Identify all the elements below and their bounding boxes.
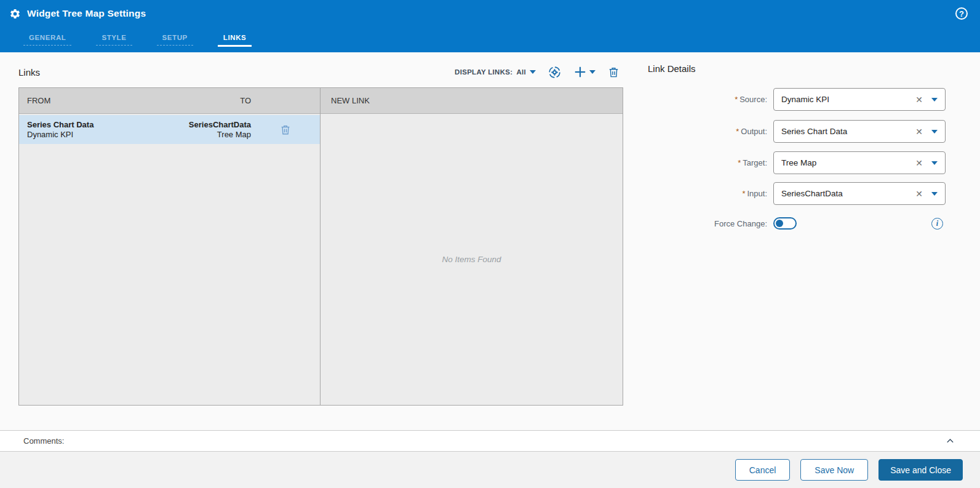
display-links-value: All: [516, 68, 526, 76]
link-to-input: SeriesChartData: [149, 120, 251, 130]
add-link-button[interactable]: [573, 65, 596, 79]
delete-links-icon[interactable]: [608, 66, 619, 78]
links-list: Series Chart Data Dynamic KPI SeriesChar…: [19, 114, 320, 405]
output-field-row: *Output: Series Chart Data ✕: [648, 120, 946, 143]
link-details-panel: Link Details *Source: Dynamic KPI ✕ *Out…: [648, 52, 946, 397]
links-header-bar: Links DISPLAY LINKS: All: [18, 62, 623, 82]
chevron-up-icon[interactable]: [945, 437, 955, 446]
tab-links[interactable]: LINKS: [218, 27, 252, 50]
tab-bar: GENERAL STYLE SETUP LINKS: [0, 27, 980, 52]
titlebar: Widget Tree Map Settings ?: [0, 0, 980, 27]
target-select[interactable]: Tree Map ✕: [773, 151, 946, 174]
input-select[interactable]: SeriesChartData ✕: [773, 182, 946, 205]
links-tab-content: Links DISPLAY LINKS: All: [0, 52, 980, 430]
new-link-header: NEW LINK: [321, 88, 623, 114]
no-items-found-text: No Items Found: [442, 255, 501, 264]
chevron-down-icon[interactable]: [931, 130, 938, 134]
clear-icon[interactable]: ✕: [912, 158, 931, 168]
comments-label: Comments:: [23, 436, 64, 446]
force-change-row: Force Change: i: [648, 217, 943, 230]
tab-setup[interactable]: SETUP: [157, 27, 193, 50]
auto-link-icon[interactable]: [548, 66, 561, 79]
link-details-title: Link Details: [648, 63, 696, 74]
link-to-widget: Tree Map: [149, 130, 251, 140]
cancel-button[interactable]: Cancel: [735, 459, 791, 481]
column-header-to: TO: [149, 96, 251, 105]
force-change-toggle[interactable]: [773, 217, 797, 230]
plus-icon: [573, 65, 587, 79]
save-and-close-button[interactable]: Save and Close: [878, 459, 963, 481]
links-table: FROM TO Series Chart Data Dynamic KPI Se…: [18, 87, 623, 406]
required-marker: *: [738, 158, 741, 167]
output-value: Series Chart Data: [781, 127, 912, 136]
link-from-cell: Series Chart Data Dynamic KPI: [19, 120, 149, 140]
required-marker: *: [735, 95, 738, 104]
clear-icon[interactable]: ✕: [912, 189, 931, 199]
clear-icon[interactable]: ✕: [912, 95, 931, 105]
target-label: *Target:: [648, 158, 773, 167]
required-marker: *: [736, 127, 739, 136]
chevron-down-icon[interactable]: [931, 192, 938, 196]
clear-icon[interactable]: ✕: [912, 127, 931, 137]
column-header-new-link: NEW LINK: [321, 96, 370, 105]
output-label: *Output:: [648, 127, 773, 136]
chevron-down-icon[interactable]: [931, 161, 938, 165]
toggle-knob: [776, 220, 783, 227]
link-from-widget: Dynamic KPI: [27, 130, 149, 140]
save-now-button[interactable]: Save Now: [800, 459, 868, 481]
links-toolbar: DISPLAY LINKS: All: [455, 65, 623, 79]
link-to-cell: SeriesChartData Tree Map: [149, 120, 251, 140]
link-from-output: Series Chart Data: [27, 120, 149, 130]
link-row-selected[interactable]: Series Chart Data Dynamic KPI SeriesChar…: [19, 115, 320, 144]
required-marker: *: [742, 189, 745, 198]
help-icon[interactable]: ?: [955, 7, 968, 20]
target-field-row: *Target: Tree Map ✕: [648, 151, 946, 174]
trash-icon: [280, 124, 291, 135]
existing-links-pane: FROM TO Series Chart Data Dynamic KPI Se…: [19, 88, 321, 405]
widget-settings-dialog: Widget Tree Map Settings ? GENERAL STYLE…: [0, 0, 980, 488]
tab-general[interactable]: GENERAL: [23, 27, 71, 50]
info-icon[interactable]: i: [931, 218, 943, 230]
display-links-dropdown[interactable]: DISPLAY LINKS: All: [455, 68, 536, 76]
settings-gear-icon: [9, 8, 21, 20]
display-links-label: DISPLAY LINKS:: [455, 68, 512, 76]
source-value: Dynamic KPI: [781, 95, 912, 104]
footer-bar: Cancel Save Now Save and Close: [0, 452, 980, 488]
output-select[interactable]: Series Chart Data ✕: [773, 120, 946, 143]
links-table-header: FROM TO: [19, 88, 320, 114]
new-link-empty-area: No Items Found: [321, 114, 623, 405]
force-change-label: Force Change:: [648, 219, 773, 228]
chevron-down-icon[interactable]: [931, 98, 938, 102]
chevron-down-icon: [530, 70, 536, 74]
column-header-from: FROM: [19, 96, 149, 105]
input-label: *Input:: [648, 189, 773, 198]
target-value: Tree Map: [781, 158, 912, 167]
source-field-row: *Source: Dynamic KPI ✕: [648, 88, 946, 111]
comments-bar: Comments:: [0, 430, 980, 452]
chevron-down-icon: [589, 70, 596, 74]
source-select[interactable]: Dynamic KPI ✕: [773, 88, 946, 111]
new-link-pane: NEW LINK No Items Found: [321, 88, 623, 405]
input-field-row: *Input: SeriesChartData ✕: [648, 182, 946, 205]
delete-link-row-button[interactable]: [251, 124, 320, 135]
input-value: SeriesChartData: [781, 189, 912, 198]
source-label: *Source:: [648, 95, 773, 104]
links-section-title: Links: [18, 67, 40, 78]
tab-style[interactable]: STYLE: [96, 27, 132, 50]
dialog-title: Widget Tree Map Settings: [27, 8, 146, 19]
